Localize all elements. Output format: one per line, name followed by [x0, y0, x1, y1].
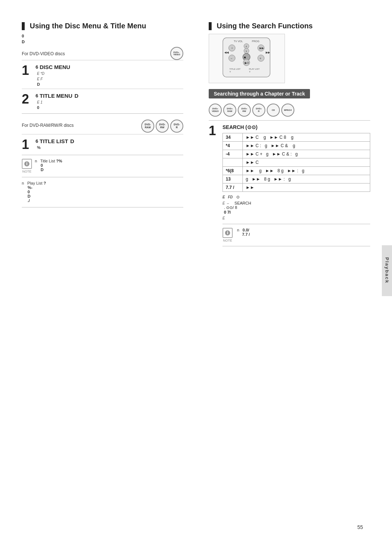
- disc-icon-dvdrw: DVD+RW: [238, 104, 251, 117]
- right-divider-1: [222, 224, 370, 224]
- step2-note-e1: E 1: [37, 100, 42, 104]
- note1-row: NOTE n Title List ?% 0 D: [22, 159, 183, 173]
- svg-text:−: −: [230, 57, 232, 60]
- table-row: 34 ►► C g ►► C 8 g: [223, 133, 370, 142]
- search-step1-content: SEARCH (⊙⊙) 34 ►► C g ►► C 8 g *4 ►► C :…: [222, 124, 370, 250]
- left-title-text: Using the Disc Menu & Title Menu: [30, 22, 146, 30]
- svg-text:∧: ∧: [245, 45, 247, 48]
- sidebar-label: Playback: [384, 257, 390, 283]
- note-label: NOTE: [22, 170, 31, 173]
- svg-text:+: +: [260, 57, 261, 60]
- dvd-video-label: For DVD-VIDEO discs: [22, 51, 65, 56]
- svg-text:∨: ∨: [229, 70, 231, 73]
- step1-note-e3: D: [37, 82, 40, 86]
- dvd-r-icon: DVD-R: [170, 120, 183, 133]
- table-cell: 7.7 /: [223, 183, 243, 192]
- search-step1-row: 1 SEARCH (⊙⊙) 34 ►► C g ►► C 8 g *4 ►► C…: [209, 120, 370, 250]
- dvd-rw-icon: DVD-RW: [156, 120, 169, 133]
- divider-4: [22, 207, 183, 207]
- step3-row: 1 6 TITLE LISTD %: [22, 134, 183, 151]
- svg-text:■: ■: [244, 56, 246, 59]
- right-note-icon: [222, 228, 233, 238]
- title-bar-icon: [22, 22, 25, 30]
- divider-3: [22, 177, 183, 177]
- dvd-ram-label: For DVD-RAM/RW/R discs: [22, 123, 74, 128]
- divider-2: [22, 155, 183, 155]
- table-cell: ►► C + g ►► C & : g: [243, 150, 370, 158]
- table-cell: *6(8: [223, 167, 243, 175]
- sub-label-0: 0: [22, 34, 183, 38]
- table-row: 13 g ►► 8 g ►► : g: [223, 175, 370, 183]
- step2-substep: 6: [36, 93, 38, 98]
- note-search: E – SEARCH . ⊙⊙/ 8 0 7I: [222, 201, 370, 214]
- remote-illustration: TV VOL PROG + ∧ ∨ ▶▶ ◀◀ ▶▶ −: [209, 34, 285, 83]
- step1-substep: 6: [36, 64, 38, 70]
- step1-note-e1: E *D: [37, 72, 45, 76]
- table-cell: ►► C: [243, 158, 370, 167]
- note2-text: n Play List ? %- 0 D ./: [22, 181, 183, 203]
- divider-1: [22, 113, 183, 114]
- right-disc-icons: DVD+VIDEO DVD+RAM DVD+RW DVD+R CD MPEG4: [209, 104, 370, 117]
- svg-text:PLAY LIST: PLAY LIST: [249, 68, 260, 70]
- remote-svg: TV VOL PROG + ∧ ∨ ▶▶ ◀◀ ▶▶ −: [212, 37, 281, 79]
- left-column: Using the Disc Menu & Title Menu 0 D For…: [22, 22, 191, 250]
- disc-icon-cd: CD: [267, 104, 280, 117]
- table-cell: ►► g ►► 8 g ►► : g: [243, 167, 370, 175]
- step1-title: DISC MENU: [40, 64, 70, 70]
- page-number: 55: [357, 524, 363, 530]
- dvd-ram-icons: DVD-RAM DVD-RW DVD-R: [141, 120, 183, 133]
- dvd-ram-icon: DVD-RAM: [141, 120, 154, 133]
- step3-note: %: [37, 145, 41, 150]
- search-step1-title: SEARCH (⊙⊙): [222, 124, 370, 130]
- step2-note-e2: 0: [37, 105, 39, 110]
- table-cell: -4: [223, 150, 243, 158]
- step1-content: 6 DISC MENU E *D E F D: [36, 64, 183, 86]
- right-note-text: n 0.0/ 7.7 /: [236, 228, 250, 237]
- table-cell: g ►► 8 g ►► : g: [243, 175, 370, 183]
- dvd-video-icon: DVD+VIDEO: [170, 47, 183, 60]
- step1-note-e2: E F: [37, 77, 43, 81]
- left-section-title: Using the Disc Menu & Title Menu: [22, 22, 183, 30]
- svg-text:TITLE LIST: TITLE LIST: [229, 68, 241, 70]
- disc-icon-dvdram: DVD+RAM: [223, 104, 236, 117]
- svg-text:▶II: ▶II: [245, 61, 249, 65]
- svg-text:▶▶: ▶▶: [260, 47, 264, 50]
- svg-text:∨: ∨: [245, 50, 247, 52]
- table-row: ►► C: [223, 158, 370, 167]
- search-step1-number: 1: [209, 124, 219, 137]
- search-table: 34 ►► C g ►► C 8 g *4 ►► C : g ►► C & g …: [222, 133, 370, 192]
- table-row: *6(8 ►► g ►► 8 g ►► : g: [223, 167, 370, 175]
- table-cell: [223, 158, 243, 167]
- sub-label-d: D: [22, 40, 183, 44]
- note1-icon: [22, 159, 32, 169]
- step3-content: 6 TITLE LISTD %: [36, 138, 183, 150]
- disc-icon-dvdvideo: DVD+VIDEO: [209, 104, 222, 117]
- svg-text:▶▶: ▶▶: [266, 51, 270, 54]
- step3-number: 1: [22, 138, 32, 151]
- note-e3: E: [222, 216, 370, 220]
- table-row: -4 ►► C + g ►► C & : g: [223, 150, 370, 158]
- step3-substep: 6: [36, 138, 38, 144]
- right-column: Using the Search Functions TV VOL PROG +…: [205, 22, 370, 250]
- step2-number: 2: [22, 93, 32, 106]
- table-cell: 13: [223, 175, 243, 183]
- svg-text:+: +: [231, 47, 233, 50]
- disc-icon-mpeg4: MPEG4: [281, 104, 294, 117]
- svg-text:∨: ∨: [249, 70, 250, 73]
- right-title-bar-icon: [209, 22, 212, 30]
- step2-content: 6 TITLE MENUD E 1 0: [36, 93, 183, 110]
- svg-text:TV VOL: TV VOL: [234, 40, 243, 43]
- step2-title: TITLE MENUD: [40, 93, 78, 99]
- table-cell: ►► C g ►► C 8 g: [243, 133, 370, 142]
- disc-icon-dvdr: DVD+R: [252, 104, 265, 117]
- sidebar-tab: Playback: [382, 245, 392, 296]
- search-highlight-banner: Searching through a Chapter or Track: [209, 89, 310, 98]
- step1-number: 1: [22, 64, 32, 77]
- right-note-bottom: NOTE n 0.0/ 7.7 /: [222, 228, 370, 242]
- right-section-title: Using the Search Functions: [209, 22, 370, 30]
- table-row: 7.7 / ►►: [223, 183, 370, 192]
- table-cell: ►►: [243, 183, 370, 192]
- note1-text: n Title List ?% 0 D: [35, 159, 62, 172]
- table-row: *4 ►► C : g ►► C & g: [223, 142, 370, 150]
- svg-text:PROG: PROG: [252, 40, 260, 43]
